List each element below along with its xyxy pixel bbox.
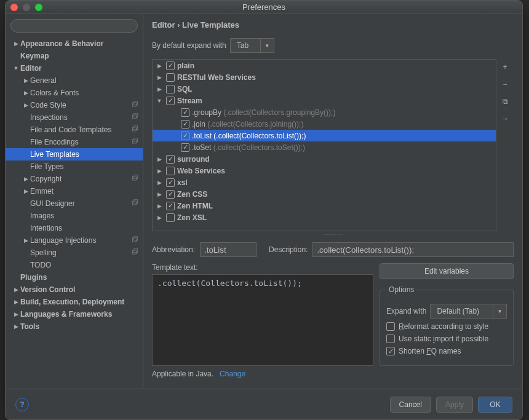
template-row[interactable]: ▼Stream xyxy=(153,95,496,106)
sidebar-item-label: Images xyxy=(30,212,54,220)
shorten-fq-checkbox[interactable] xyxy=(386,347,395,355)
template-enabled-checkbox[interactable] xyxy=(166,61,175,70)
template-enabled-checkbox[interactable] xyxy=(166,155,175,164)
template-enabled-checkbox[interactable] xyxy=(166,213,175,222)
sidebar-item-code-style[interactable]: ▶Code Style xyxy=(6,99,143,111)
ok-button[interactable]: OK xyxy=(478,397,512,413)
template-name: .join (.collect(Collectors.joining());) xyxy=(192,120,303,129)
settings-tree[interactable]: ▶Appearance & BehaviorKeymap▼Editor▶Gene… xyxy=(6,38,143,389)
search-input[interactable] xyxy=(10,19,138,33)
sidebar-item-label: Intentions xyxy=(30,224,62,232)
per-project-icon xyxy=(132,138,139,145)
sidebar-item-label: Emmet xyxy=(30,187,54,196)
template-name: Zen XSL xyxy=(177,213,207,222)
sidebar-item-gui-designer[interactable]: GUI Designer xyxy=(6,197,143,210)
tree-arrow-icon: ▶ xyxy=(22,237,30,244)
template-row[interactable]: .toList (.collect(Collectors.toList());) xyxy=(153,130,496,141)
template-row[interactable]: ▶Web Services xyxy=(153,165,496,176)
expand-with-select[interactable]: Default (Tab) ▼ xyxy=(430,304,507,319)
sidebar-item-file-and-code-templates[interactable]: File and Code Templates xyxy=(6,124,143,136)
template-enabled-checkbox[interactable] xyxy=(166,190,175,199)
sidebar-item-label: File and Code Templates xyxy=(30,125,112,134)
sidebar-item-inspections[interactable]: Inspections xyxy=(6,111,143,124)
tree-arrow-icon: ▶ xyxy=(12,323,20,330)
sidebar-item-build-execution-deployment[interactable]: ▶Build, Execution, Deployment xyxy=(6,296,143,308)
help-button[interactable]: ? xyxy=(15,398,29,411)
reformat-checkbox[interactable] xyxy=(386,322,395,331)
template-row[interactable]: .groupBy (.collect(Collectors.groupingBy… xyxy=(153,106,496,118)
cancel-button[interactable]: Cancel xyxy=(390,397,431,413)
abbreviation-input[interactable] xyxy=(200,242,257,257)
template-name: surround xyxy=(177,155,210,164)
template-row[interactable]: ▶RESTful Web Services xyxy=(153,71,496,83)
reformat-label: Reformat according to style xyxy=(399,322,488,331)
sidebar-item-todo[interactable]: TODO xyxy=(6,259,143,271)
remove-template-button[interactable]: − xyxy=(499,79,511,90)
splitter-handle[interactable]: ·········· xyxy=(152,232,514,236)
template-row[interactable]: ▶plain xyxy=(153,60,496,71)
close-icon[interactable] xyxy=(10,4,18,11)
options-legend: Options xyxy=(386,285,416,294)
apply-button[interactable]: Apply xyxy=(436,397,473,413)
template-row[interactable]: .toSet (.collect(Collectors.toSet());) xyxy=(153,141,496,153)
template-enabled-checkbox[interactable] xyxy=(166,178,175,187)
template-row[interactable]: ▶xsl xyxy=(153,176,496,188)
minimize-icon[interactable] xyxy=(23,4,30,11)
template-row[interactable]: ▶Zen HTML xyxy=(153,200,496,212)
copy-template-button[interactable]: ⧉ xyxy=(499,96,511,107)
sidebar-item-plugins[interactable]: Plugins xyxy=(6,271,143,283)
applicable-change-link[interactable]: Change xyxy=(220,370,245,378)
template-enabled-checkbox[interactable] xyxy=(181,132,189,140)
template-enabled-checkbox[interactable] xyxy=(166,85,175,93)
sidebar-item-file-types[interactable]: File Types xyxy=(6,160,143,173)
template-row[interactable]: ▶SQL xyxy=(153,83,496,95)
chevron-down-icon[interactable]: ▼ xyxy=(260,39,274,52)
sidebar-item-intentions[interactable]: Intentions xyxy=(6,222,143,234)
sidebar-item-language-injections[interactable]: ▶Language Injections xyxy=(6,234,143,247)
applicable-text: Applicable in Java. xyxy=(152,370,213,378)
sidebar-item-appearance-behavior[interactable]: ▶Appearance & Behavior xyxy=(6,38,143,50)
sidebar-item-tools[interactable]: ▶Tools xyxy=(6,320,143,333)
svg-rect-16 xyxy=(133,250,137,254)
svg-rect-3 xyxy=(134,101,138,105)
sidebar-item-editor[interactable]: ▼Editor xyxy=(6,62,143,74)
template-enabled-checkbox[interactable] xyxy=(181,120,189,129)
preferences-window: Preferences ▶Appearance & BehaviorKeymap… xyxy=(5,0,523,420)
sidebar-item-emmet[interactable]: ▶Emmet xyxy=(6,185,143,197)
export-template-button[interactable]: → xyxy=(499,113,511,124)
tree-arrow-icon: ▶ xyxy=(155,180,164,186)
tree-arrow-icon: ▶ xyxy=(12,299,20,305)
static-import-label: Use static import if possible xyxy=(399,335,488,343)
template-enabled-checkbox[interactable] xyxy=(181,108,189,117)
template-row[interactable]: .join (.collect(Collectors.joining());) xyxy=(153,118,496,130)
template-text-area[interactable]: .collect(Collectors.toList()); xyxy=(152,274,373,366)
edit-variables-button[interactable]: Edit variables xyxy=(380,263,514,279)
sidebar-item-version-control[interactable]: ▶Version Control xyxy=(6,283,143,296)
template-row[interactable]: ▶Zen XSL xyxy=(153,212,496,223)
tree-arrow-icon: ▶ xyxy=(155,74,164,81)
chevron-down-icon[interactable]: ▼ xyxy=(493,304,506,318)
sidebar-item-copyright[interactable]: ▶Copyright xyxy=(6,173,143,185)
sidebar-item-live-templates[interactable]: Live Templates xyxy=(6,148,143,160)
add-template-button[interactable]: + xyxy=(499,61,511,73)
template-enabled-checkbox[interactable] xyxy=(166,73,175,82)
template-enabled-checkbox[interactable] xyxy=(166,202,175,210)
zoom-icon[interactable] xyxy=(35,4,42,11)
sidebar-item-file-encodings[interactable]: File Encodings xyxy=(6,136,143,148)
svg-rect-5 xyxy=(134,114,138,117)
sidebar-item-colors-fonts[interactable]: ▶Colors & Fonts xyxy=(6,87,143,99)
default-expand-select[interactable]: Tab ▼ xyxy=(230,38,274,53)
sidebar-item-keymap[interactable]: Keymap xyxy=(6,50,143,62)
static-import-checkbox[interactable] xyxy=(386,335,395,343)
sidebar-item-images[interactable]: Images xyxy=(6,210,143,222)
sidebar-item-general[interactable]: ▶General xyxy=(6,74,143,87)
sidebar-item-spelling[interactable]: Spelling xyxy=(6,247,143,259)
template-enabled-checkbox[interactable] xyxy=(166,167,175,175)
template-row[interactable]: ▶Zen CSS xyxy=(153,188,496,200)
template-enabled-checkbox[interactable] xyxy=(166,97,175,105)
template-groups-list[interactable]: ▶plain▶RESTful Web Services▶SQL▼Stream.g… xyxy=(152,59,496,231)
template-row[interactable]: ▶surround xyxy=(153,153,496,165)
description-input[interactable] xyxy=(312,242,514,257)
sidebar-item-languages-frameworks[interactable]: ▶Languages & Frameworks xyxy=(6,308,143,320)
template-enabled-checkbox[interactable] xyxy=(181,143,189,152)
